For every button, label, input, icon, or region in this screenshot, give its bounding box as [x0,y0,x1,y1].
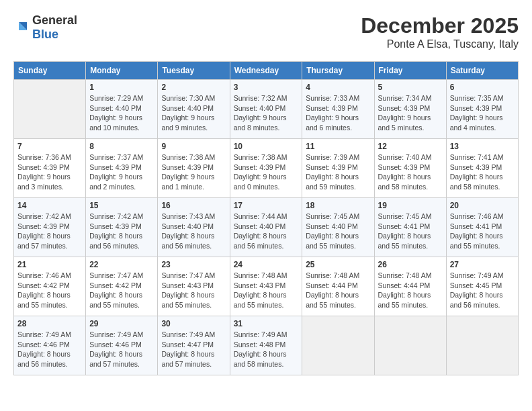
day-cell: 31Sunrise: 7:49 AM Sunset: 4:48 PM Dayli… [230,316,302,375]
day-number: 21 [17,260,82,269]
day-cell: 12Sunrise: 7:40 AM Sunset: 4:39 PM Dayli… [374,139,446,198]
day-info: Sunrise: 7:46 AM Sunset: 4:41 PM Dayligh… [450,212,515,251]
weekday-header-wednesday: Wednesday [230,62,302,80]
day-cell: 3Sunrise: 7:32 AM Sunset: 4:40 PM Daylig… [230,80,302,139]
day-cell: 13Sunrise: 7:41 AM Sunset: 4:39 PM Dayli… [446,139,518,198]
day-cell: 30Sunrise: 7:49 AM Sunset: 4:47 PM Dayli… [158,316,230,375]
day-number: 23 [161,260,226,269]
day-info: Sunrise: 7:47 AM Sunset: 4:42 PM Dayligh… [89,271,154,310]
week-row-4: 21Sunrise: 7:46 AM Sunset: 4:42 PM Dayli… [14,257,519,316]
day-number: 17 [234,201,299,210]
day-number: 13 [450,142,515,151]
day-info: Sunrise: 7:33 AM Sunset: 4:39 PM Dayligh… [306,93,370,133]
weekday-header-tuesday: Tuesday [158,62,230,80]
day-number: 19 [378,201,443,210]
weekday-header-row: SundayMondayTuesdayWednesdayThursdayFrid… [14,62,519,80]
day-cell: 28Sunrise: 7:49 AM Sunset: 4:46 PM Dayli… [14,316,86,375]
day-cell: 19Sunrise: 7:45 AM Sunset: 4:41 PM Dayli… [374,198,446,257]
day-info: Sunrise: 7:37 AM Sunset: 4:39 PM Dayligh… [89,152,154,192]
day-number: 26 [378,260,443,269]
logo-text: General Blue [32,13,77,42]
day-info: Sunrise: 7:49 AM Sunset: 4:46 PM Dayligh… [89,330,154,369]
day-info: Sunrise: 7:38 AM Sunset: 4:39 PM Dayligh… [161,152,226,192]
day-info: Sunrise: 7:29 AM Sunset: 4:40 PM Dayligh… [89,93,154,133]
day-info: Sunrise: 7:48 AM Sunset: 4:44 PM Dayligh… [306,271,370,310]
day-info: Sunrise: 7:44 AM Sunset: 4:40 PM Dayligh… [234,212,299,251]
day-info: Sunrise: 7:43 AM Sunset: 4:40 PM Dayligh… [161,212,226,251]
day-cell: 29Sunrise: 7:49 AM Sunset: 4:46 PM Dayli… [86,316,158,375]
day-number: 2 [161,83,226,92]
weekday-header-thursday: Thursday [302,62,374,80]
day-cell: 21Sunrise: 7:46 AM Sunset: 4:42 PM Dayli… [14,257,86,316]
week-row-2: 7Sunrise: 7:36 AM Sunset: 4:39 PM Daylig… [14,139,519,198]
day-cell: 5Sunrise: 7:34 AM Sunset: 4:39 PM Daylig… [374,80,446,139]
day-cell: 23Sunrise: 7:47 AM Sunset: 4:43 PM Dayli… [158,257,230,316]
day-number: 5 [378,83,443,92]
day-cell: 14Sunrise: 7:42 AM Sunset: 4:39 PM Dayli… [14,198,86,257]
day-number: 14 [17,201,82,210]
day-cell: 10Sunrise: 7:38 AM Sunset: 4:39 PM Dayli… [230,139,302,198]
day-cell: 20Sunrise: 7:46 AM Sunset: 4:41 PM Dayli… [446,198,518,257]
day-info: Sunrise: 7:45 AM Sunset: 4:41 PM Dayligh… [378,212,443,251]
day-number: 25 [306,260,370,269]
logo-icon [13,19,30,36]
day-cell [302,316,374,375]
day-number: 31 [234,319,299,328]
day-info: Sunrise: 7:39 AM Sunset: 4:39 PM Dayligh… [306,152,370,192]
logo: General Blue [13,13,77,42]
day-cell [14,80,86,139]
day-cell: 15Sunrise: 7:42 AM Sunset: 4:39 PM Dayli… [86,198,158,257]
header: General Blue December 2025 Ponte A Elsa,… [13,13,519,50]
day-info: Sunrise: 7:49 AM Sunset: 4:47 PM Dayligh… [161,330,226,369]
day-number: 30 [161,319,226,328]
day-number: 29 [89,319,154,328]
day-cell: 17Sunrise: 7:44 AM Sunset: 4:40 PM Dayli… [230,198,302,257]
day-info: Sunrise: 7:49 AM Sunset: 4:45 PM Dayligh… [450,271,515,310]
day-cell: 22Sunrise: 7:47 AM Sunset: 4:42 PM Dayli… [86,257,158,316]
week-row-5: 28Sunrise: 7:49 AM Sunset: 4:46 PM Dayli… [14,316,519,375]
day-cell: 25Sunrise: 7:48 AM Sunset: 4:44 PM Dayli… [302,257,374,316]
weekday-header-sunday: Sunday [14,62,86,80]
calendar-table: SundayMondayTuesdayWednesdayThursdayFrid… [13,61,519,375]
day-info: Sunrise: 7:36 AM Sunset: 4:39 PM Dayligh… [17,152,82,192]
day-number: 9 [161,142,226,151]
day-number: 16 [161,201,226,210]
day-info: Sunrise: 7:32 AM Sunset: 4:40 PM Dayligh… [234,93,299,133]
day-info: Sunrise: 7:41 AM Sunset: 4:39 PM Dayligh… [450,152,515,192]
day-number: 20 [450,201,515,210]
day-info: Sunrise: 7:40 AM Sunset: 4:39 PM Dayligh… [378,152,443,192]
day-info: Sunrise: 7:34 AM Sunset: 4:39 PM Dayligh… [378,93,443,133]
month-title: December 2025 [361,13,519,38]
day-number: 28 [17,319,82,328]
day-number: 7 [17,142,82,151]
weekday-header-monday: Monday [86,62,158,80]
day-cell: 4Sunrise: 7:33 AM Sunset: 4:39 PM Daylig… [302,80,374,139]
day-cell: 2Sunrise: 7:30 AM Sunset: 4:40 PM Daylig… [158,80,230,139]
day-info: Sunrise: 7:45 AM Sunset: 4:40 PM Dayligh… [306,212,370,251]
day-cell [374,316,446,375]
day-number: 4 [306,83,370,92]
day-number: 3 [234,83,299,92]
day-cell: 9Sunrise: 7:38 AM Sunset: 4:39 PM Daylig… [158,139,230,198]
day-cell: 11Sunrise: 7:39 AM Sunset: 4:39 PM Dayli… [302,139,374,198]
day-number: 15 [89,201,154,210]
logo-general: General [32,13,77,27]
day-info: Sunrise: 7:35 AM Sunset: 4:39 PM Dayligh… [450,93,515,133]
weekday-header-friday: Friday [374,62,446,80]
day-cell: 24Sunrise: 7:48 AM Sunset: 4:43 PM Dayli… [230,257,302,316]
day-info: Sunrise: 7:49 AM Sunset: 4:48 PM Dayligh… [234,330,299,369]
location-title: Ponte A Elsa, Tuscany, Italy [361,38,519,50]
day-info: Sunrise: 7:42 AM Sunset: 4:39 PM Dayligh… [17,212,82,251]
day-cell: 27Sunrise: 7:49 AM Sunset: 4:45 PM Dayli… [446,257,518,316]
day-number: 22 [89,260,154,269]
day-cell: 1Sunrise: 7:29 AM Sunset: 4:40 PM Daylig… [86,80,158,139]
day-number: 8 [89,142,154,151]
day-cell: 16Sunrise: 7:43 AM Sunset: 4:40 PM Dayli… [158,198,230,257]
day-number: 12 [378,142,443,151]
logo-blue: Blue [32,28,58,41]
day-info: Sunrise: 7:30 AM Sunset: 4:40 PM Dayligh… [161,93,226,133]
day-info: Sunrise: 7:47 AM Sunset: 4:43 PM Dayligh… [161,271,226,310]
title-area: December 2025 Ponte A Elsa, Tuscany, Ita… [361,13,519,50]
day-number: 27 [450,260,515,269]
day-number: 24 [234,260,299,269]
